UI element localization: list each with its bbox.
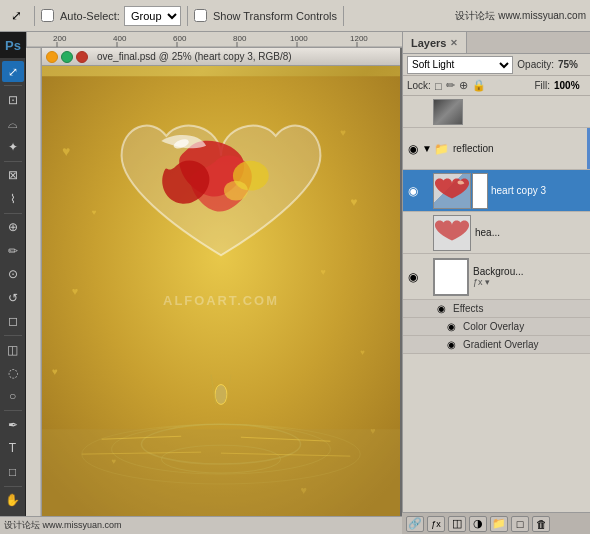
auto-select-dropdown[interactable]: Group (124, 6, 181, 26)
effect-item-gradient-overlay[interactable]: ◉ Gradient Overlay (403, 336, 590, 354)
photoshop-logo: Ps (0, 32, 26, 58)
layer-name-heart-copy: heart copy 3 (491, 185, 588, 196)
svg-text:♥: ♥ (350, 195, 357, 209)
layer-info: reflection (449, 143, 588, 154)
gradient-tool[interactable]: ◫ (2, 339, 24, 360)
layer-item-background[interactable]: ◉ Backgrou... ƒx ▾ (403, 254, 590, 300)
toolbar-site-text: 设计论坛 www.missyuan.com (455, 9, 586, 23)
toolbar-separator (34, 6, 35, 26)
new-group-btn[interactable]: 📁 (490, 516, 508, 532)
shape-tool[interactable]: □ (2, 461, 24, 482)
dodge-tool[interactable]: ○ (2, 386, 24, 407)
svg-text:♥: ♥ (62, 143, 70, 159)
svg-rect-37 (42, 429, 400, 523)
svg-text:ALFOART.COM: ALFOART.COM (163, 293, 279, 308)
ruler-vertical (26, 48, 42, 534)
window-maximize-btn[interactable] (61, 51, 73, 63)
brush-tool[interactable]: ✏ (2, 240, 24, 261)
folder-icon: 📁 (433, 142, 449, 156)
eraser-tool[interactable]: ◻ (2, 310, 24, 331)
layer-item-heart-copy[interactable]: ◉ heart copy 3 (403, 170, 590, 212)
lock-position-btn[interactable]: ⊕ (459, 79, 468, 92)
hand-tool[interactable]: ✋ (2, 490, 24, 511)
toolbar: ⤢ Auto-Select: Group Show Transform Cont… (0, 0, 590, 32)
layer-info: Backgrou... ƒx ▾ (469, 266, 588, 287)
healing-tool[interactable]: ⊕ (2, 217, 24, 238)
layer-name-hea: hea... (475, 227, 588, 238)
fx-btn[interactable]: ƒx (427, 516, 445, 532)
delete-layer-btn[interactable]: 🗑 (532, 516, 550, 532)
fill-label: Fill: (534, 80, 550, 91)
layer-chain (421, 183, 433, 199)
effect-eye2[interactable]: ◉ (443, 337, 459, 353)
tool-separator5 (4, 410, 22, 411)
wand-tool[interactable]: ✦ (2, 136, 24, 157)
svg-text:♥: ♥ (92, 208, 97, 217)
svg-text:♥: ♥ (72, 285, 78, 297)
lock-row: Lock: □ ✏ ⊕ 🔒 Fill: 100% (403, 76, 590, 96)
text-tool[interactable]: T (2, 438, 24, 459)
add-mask-btn[interactable]: ◫ (448, 516, 466, 532)
show-transform-checkbox[interactable] (194, 9, 207, 22)
fill-value: 100% (554, 80, 586, 91)
layer-thumbnail (433, 99, 463, 125)
layer-visibility-eye[interactable] (405, 225, 421, 241)
move-tool[interactable]: ⤢ (2, 61, 24, 82)
opacity-label: Opacity: (517, 59, 554, 70)
svg-text:♥: ♥ (360, 348, 365, 357)
stamp-tool[interactable]: ⊙ (2, 264, 24, 285)
layer-visibility-eye[interactable] (405, 104, 421, 120)
blur-tool[interactable]: ◌ (2, 362, 24, 383)
layer-chain (421, 225, 433, 241)
effect-eye[interactable]: ◉ (443, 319, 459, 335)
tool-separator2 (4, 161, 22, 162)
lock-transparent-btn[interactable]: □ (435, 80, 442, 92)
auto-select-checkbox[interactable] (41, 9, 54, 22)
svg-rect-14 (26, 48, 42, 534)
layer-item-hea[interactable]: hea... (403, 212, 590, 254)
svg-point-32 (215, 385, 227, 405)
move-tool-icon[interactable]: ⤢ (4, 4, 28, 28)
layers-tab[interactable]: Layers ✕ (403, 32, 467, 53)
history-tool[interactable]: ↺ (2, 287, 24, 308)
svg-point-29 (224, 181, 248, 201)
svg-text:200: 200 (53, 34, 67, 43)
layer-fx-indicator: ƒx ▾ (473, 277, 588, 287)
layer-name-background: Backgrou... (473, 266, 588, 277)
lock-pixels-btn[interactable]: ✏ (446, 79, 455, 92)
layer-visibility-eye[interactable]: ◉ (405, 183, 421, 199)
layers-tab-close[interactable]: ✕ (450, 38, 458, 48)
pen-tool[interactable]: ✒ (2, 414, 24, 435)
eyedropper-tool[interactable]: ⌇ (2, 188, 24, 209)
layer-visibility-eye[interactable]: ◉ (405, 141, 421, 157)
opacity-value: 75% (558, 59, 586, 70)
layer-item-reflection[interactable]: ◉ ▼ 📁 reflection (403, 128, 590, 170)
lasso-tool[interactable]: ⌓ (2, 113, 24, 134)
window-close-btn[interactable] (76, 51, 88, 63)
crop-tool[interactable]: ⊠ (2, 165, 24, 186)
toolbar-separator2 (187, 6, 188, 26)
svg-text:1200: 1200 (350, 34, 368, 43)
new-adjustment-btn[interactable]: ◑ (469, 516, 487, 532)
layers-tab-bar: Layers ✕ (403, 32, 590, 54)
blend-mode-select[interactable]: Soft Light (407, 56, 513, 74)
canvas-image[interactable]: ♥ ♥ ♥ ♥ ♥ ♥ ♥ ♥ ♥ ♥ ♥ (42, 66, 400, 534)
effects-header: ◉ Effects (403, 300, 590, 318)
svg-text:♥: ♥ (340, 127, 346, 138)
svg-text:1000: 1000 (290, 34, 308, 43)
effect-item-color-overlay[interactable]: ◉ Color Overlay (403, 318, 590, 336)
status-bar: 设计论坛 www.missyuan.com (0, 516, 402, 534)
layer-thumbnail (433, 215, 471, 251)
layer-info: heart copy 3 (488, 185, 588, 196)
canvas-titlebar: ove_final.psd @ 25% (heart copy 3, RGB/8… (42, 48, 400, 66)
layer-visibility-eye[interactable]: ◉ (405, 269, 421, 285)
marquee-tool[interactable]: ⊡ (2, 89, 24, 110)
svg-text:400: 400 (113, 34, 127, 43)
window-minimize-btn[interactable] (46, 51, 58, 63)
layer-item[interactable] (403, 96, 590, 128)
new-layer-btn[interactable]: □ (511, 516, 529, 532)
lock-all-btn[interactable]: 🔒 (472, 79, 486, 92)
effects-eye[interactable]: ◉ (433, 301, 449, 317)
link-layers-btn[interactable]: 🔗 (406, 516, 424, 532)
canvas-title: ove_final.psd @ 25% (heart copy 3, RGB/8… (97, 51, 292, 62)
